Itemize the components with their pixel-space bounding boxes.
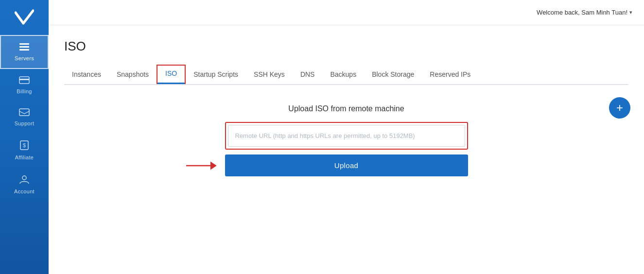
sidebar-item-support[interactable]: Support <box>0 101 49 133</box>
upload-section: Upload ISO from remote machine Upload <box>64 104 628 176</box>
sidebar-item-account[interactable]: Account <box>0 167 49 201</box>
url-input-wrapper <box>225 122 468 150</box>
sidebar-affiliate-label: Affiliate <box>15 154 34 160</box>
upload-title: Upload ISO from remote machine <box>288 104 404 113</box>
svg-rect-0 <box>19 43 29 45</box>
welcome-text: Welcome back, Sam Minh Tuan! <box>537 9 627 16</box>
tab-startup-scripts[interactable]: Startup Scripts <box>186 67 246 84</box>
sidebar-account-label: Account <box>14 188 35 194</box>
remote-url-input[interactable] <box>228 125 465 147</box>
sidebar-item-servers[interactable]: Servers <box>0 35 49 69</box>
svg-text:$: $ <box>23 142 26 148</box>
tab-backups[interactable]: Backups <box>322 67 364 84</box>
tab-dns[interactable]: DNS <box>293 67 323 84</box>
tabs-bar: Instances Snapshots ISO Startup Scripts … <box>64 65 628 85</box>
tab-reserved-ips[interactable]: Reserved IPs <box>422 67 478 84</box>
svg-rect-2 <box>19 49 29 51</box>
main-content: Welcome back, Sam Minh Tuan! ▾ ISO Insta… <box>49 0 644 274</box>
tab-block-storage[interactable]: Block Storage <box>364 67 422 84</box>
topbar-chevron-icon[interactable]: ▾ <box>629 9 632 16</box>
page-content: ISO Instances Snapshots ISO Startup Scri… <box>49 25 644 274</box>
page-title: ISO <box>64 39 628 54</box>
sidebar-servers-label: Servers <box>15 55 34 61</box>
topbar: Welcome back, Sam Minh Tuan! ▾ <box>49 0 644 25</box>
affiliate-icon: $ <box>19 140 30 152</box>
sidebar-billing-label: Billing <box>17 88 32 94</box>
tab-ssh-keys[interactable]: SSH Keys <box>246 67 293 84</box>
arrow-icon <box>186 158 220 173</box>
servers-icon <box>19 43 30 53</box>
tab-instances[interactable]: Instances <box>64 67 109 84</box>
sidebar: Servers Billing Support $ Affiliate <box>0 0 49 274</box>
upload-row: Upload <box>225 154 468 176</box>
svg-rect-4 <box>19 79 29 80</box>
svg-point-8 <box>22 176 26 180</box>
logo <box>0 0 49 35</box>
tab-snapshots[interactable]: Snapshots <box>109 67 157 84</box>
svg-rect-1 <box>19 46 29 48</box>
upload-button[interactable]: Upload <box>225 154 468 176</box>
arrow-annotation <box>186 158 220 173</box>
tab-iso[interactable]: ISO <box>157 65 186 84</box>
sidebar-support-label: Support <box>15 120 35 126</box>
billing-icon <box>19 76 30 86</box>
sidebar-item-billing[interactable]: Billing <box>0 69 49 101</box>
support-icon <box>19 108 30 118</box>
sidebar-item-affiliate[interactable]: $ Affiliate <box>0 133 49 167</box>
account-icon <box>19 174 30 186</box>
